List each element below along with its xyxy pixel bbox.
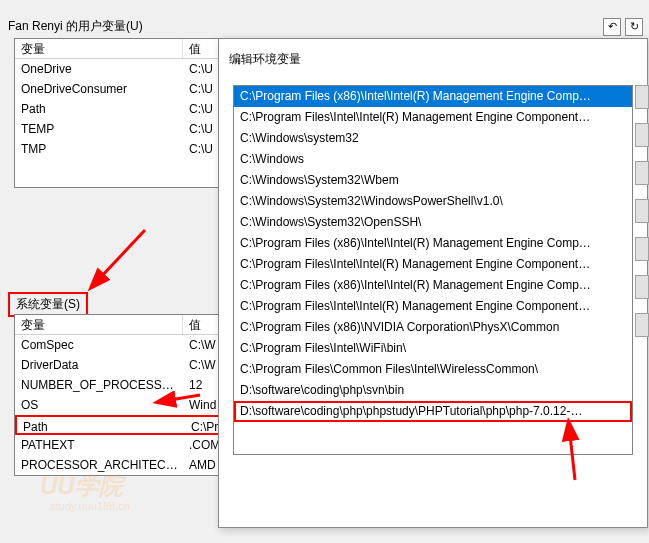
path-item[interactable]: C:\Program Files\Intel\WiFi\bin\ <box>234 338 632 359</box>
dialog-button-7[interactable] <box>635 313 649 337</box>
dialog-button-4[interactable] <box>635 199 649 223</box>
refresh-button[interactable]: ↻ <box>625 18 643 36</box>
var-name: OneDriveConsumer <box>15 79 183 99</box>
dialog-button-1[interactable] <box>635 85 649 109</box>
var-name: NUMBER_OF_PROCESSORS <box>15 375 183 395</box>
var-name: DriverData <box>15 355 183 375</box>
path-item[interactable]: C:\Program Files (x86)\Intel\Intel(R) Ma… <box>234 233 632 254</box>
var-name: TMP <box>15 139 183 159</box>
env-vars-window: Fan Renyi 的用户变量(U) ↶ ↻ 变量 值 OneDriveC:\U… <box>0 0 649 543</box>
path-item[interactable]: C:\Program Files (x86)\Intel\Intel(R) Ma… <box>234 275 632 296</box>
path-item[interactable]: C:\Program Files\Intel\Intel(R) Manageme… <box>234 107 632 128</box>
path-item[interactable]: C:\Windows\system32 <box>234 128 632 149</box>
var-name: TEMP <box>15 119 183 139</box>
watermark-url: study.uuu188.cn <box>50 500 130 512</box>
dialog-button-6[interactable] <box>635 275 649 299</box>
var-name: PATHEXT <box>15 435 183 455</box>
path-item[interactable]: C:\Windows\System32\WindowsPowerShell\v1… <box>234 191 632 212</box>
path-item[interactable]: C:\Windows\System32\OpenSSH\ <box>234 212 632 233</box>
path-item[interactable]: C:\Program Files (x86)\Intel\Intel(R) Ma… <box>234 86 632 107</box>
dialog-title: 编辑环境变量 <box>219 39 647 76</box>
path-item[interactable]: C:\Program Files\Common Files\Intel\Wire… <box>234 359 632 380</box>
edit-env-var-dialog: 编辑环境变量 C:\Program Files (x86)\Intel\Inte… <box>218 38 648 528</box>
dialog-button-5[interactable] <box>635 237 649 261</box>
path-item[interactable]: C:\Program Files\Intel\Intel(R) Manageme… <box>234 254 632 275</box>
path-item[interactable]: C:\Windows <box>234 149 632 170</box>
var-name: OS <box>15 395 183 415</box>
var-name: Path <box>15 99 183 119</box>
var-name: OneDrive <box>15 59 183 79</box>
path-item[interactable]: C:\Windows\System32\Wbem <box>234 170 632 191</box>
watermark-logo: UU学院 <box>40 470 123 502</box>
svg-line-0 <box>100 230 145 278</box>
user-vars-section-label: Fan Renyi 的用户变量(U) <box>8 18 143 35</box>
path-list[interactable]: C:\Program Files (x86)\Intel\Intel(R) Ma… <box>233 85 633 455</box>
dialog-button-2[interactable] <box>635 123 649 147</box>
column-variable[interactable]: 变量 <box>15 315 183 334</box>
path-item-highlighted[interactable]: D:\software\coding\php\phpstudy\PHPTutor… <box>234 401 632 422</box>
var-name: Path <box>17 417 185 433</box>
column-variable[interactable]: 变量 <box>15 39 183 58</box>
var-name: ComSpec <box>15 335 183 355</box>
dialog-button-3[interactable] <box>635 161 649 185</box>
path-item[interactable]: D:\software\coding\php\svn\bin <box>234 380 632 401</box>
path-item[interactable]: C:\Program Files (x86)\NVIDIA Corporatio… <box>234 317 632 338</box>
path-item[interactable]: C:\Program Files\Intel\Intel(R) Manageme… <box>234 296 632 317</box>
top-button-group: ↶ ↻ <box>603 18 643 36</box>
undo-button[interactable]: ↶ <box>603 18 621 36</box>
dialog-side-buttons <box>635 85 649 351</box>
